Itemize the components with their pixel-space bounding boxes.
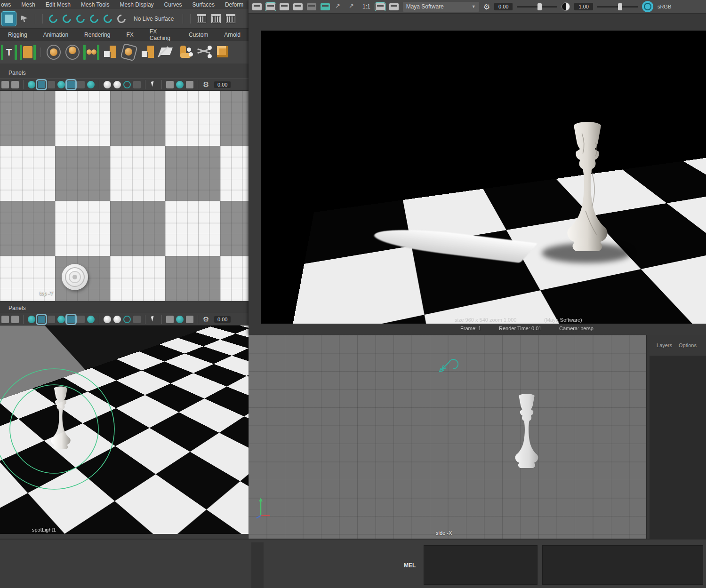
- select-cursor-icon[interactable]: [150, 81, 157, 88]
- shaded-display-icon[interactable]: [38, 316, 45, 323]
- snap-grid-icon[interactable]: [47, 13, 59, 24]
- anti-aliasing-icon[interactable]: [87, 81, 95, 88]
- shaded-display-icon[interactable]: [38, 81, 45, 88]
- ipr-render-icon[interactable]: [307, 3, 316, 10]
- tab-options[interactable]: Options: [679, 342, 697, 348]
- layer-list-area[interactable]: [650, 356, 706, 539]
- menu-deform[interactable]: Deform: [225, 1, 243, 8]
- bend-deformer-icon[interactable]: [177, 44, 193, 61]
- film-gate-icon[interactable]: [104, 81, 111, 88]
- shelf-tab-fx-caching[interactable]: FX Caching: [142, 28, 181, 41]
- mel-command-input[interactable]: [424, 545, 538, 585]
- wireframe-icon[interactable]: [28, 316, 35, 323]
- mel-label[interactable]: MEL: [404, 562, 416, 569]
- snap-projected-center-icon[interactable]: [88, 13, 100, 24]
- field-chart-icon[interactable]: [133, 81, 141, 88]
- spotlight-manipulator-circles[interactable]: [0, 330, 153, 528]
- combine-meshes-icon[interactable]: [83, 44, 99, 61]
- exposure-gear-icon[interactable]: ⚙: [483, 2, 490, 11]
- snap-point-icon[interactable]: [74, 13, 86, 24]
- lasso-tool-icon[interactable]: [19, 14, 30, 24]
- chess-piece-top-view[interactable]: [62, 264, 88, 290]
- shelf-tab-rigging[interactable]: Rigging: [0, 32, 35, 38]
- use-all-lights-icon[interactable]: [57, 81, 65, 88]
- menu-mesh[interactable]: Mesh: [21, 1, 35, 8]
- menu-mesh-display[interactable]: Mesh Display: [120, 1, 154, 8]
- image-plane-icon[interactable]: [20, 44, 36, 61]
- shelf-tab-fx[interactable]: FX: [118, 32, 141, 38]
- smooth-mesh-icon[interactable]: [121, 44, 137, 61]
- ratio-label[interactable]: 1:1: [362, 3, 370, 10]
- cube-primitive-icon[interactable]: [215, 44, 231, 61]
- pan-zoom-icon[interactable]: [376, 3, 385, 10]
- shelf-tab-custom[interactable]: Custom: [181, 32, 216, 38]
- gate-mask-icon[interactable]: [123, 316, 131, 323]
- overscan-field-spot[interactable]: 0.00: [214, 316, 231, 323]
- gamma-slider[interactable]: [597, 6, 638, 8]
- ambient-occlusion-icon[interactable]: [77, 316, 85, 323]
- menu-edit-mesh[interactable]: Edit Mesh: [46, 1, 71, 8]
- gear-icon[interactable]: [202, 81, 210, 88]
- chess-piece-spotlight-view[interactable]: [45, 383, 76, 454]
- snap-view-plane-icon[interactable]: [102, 13, 113, 24]
- gear-icon[interactable]: [202, 316, 210, 323]
- open-editor-icon[interactable]: [211, 14, 221, 23]
- viewport-top[interactable]: top -Y: [0, 91, 249, 301]
- isolate-select-icon[interactable]: [166, 316, 174, 323]
- snap-curve-icon[interactable]: [61, 13, 72, 24]
- gamma-field[interactable]: 1.00: [574, 3, 593, 10]
- wireframe-icon[interactable]: [28, 81, 35, 88]
- exposure-icon[interactable]: [186, 81, 193, 88]
- anti-aliasing-icon[interactable]: [87, 316, 95, 323]
- select-tool-icon[interactable]: [2, 12, 16, 26]
- open-render-settings-icon[interactable]: [348, 3, 357, 10]
- menu-curves[interactable]: Curves: [164, 1, 182, 8]
- menu-surfaces[interactable]: Surfaces: [193, 1, 215, 8]
- pane-maximize-icon[interactable]: [1, 81, 9, 88]
- shadows-icon[interactable]: [67, 316, 75, 323]
- exposure-icon[interactable]: [186, 316, 193, 323]
- textured-display-icon[interactable]: [48, 316, 55, 323]
- keep-image-icon[interactable]: [321, 3, 330, 10]
- type-tool-icon[interactable]: T: [1, 44, 17, 61]
- platonic-solid-icon[interactable]: [64, 44, 80, 61]
- tab-layers[interactable]: Layers: [657, 342, 672, 348]
- xray-icon[interactable]: [176, 81, 184, 88]
- textured-display-icon[interactable]: [48, 81, 55, 88]
- snapshot-icon[interactable]: [280, 3, 289, 10]
- pane-maximize-icon[interactable]: [1, 316, 9, 323]
- menu-windows[interactable]: ows: [1, 1, 11, 8]
- field-chart-icon[interactable]: [133, 316, 141, 323]
- sphere-primitive-icon[interactable]: [46, 44, 62, 61]
- select-cursor-icon[interactable]: [150, 316, 157, 323]
- overscan-field-top[interactable]: 0.00: [214, 81, 231, 88]
- isolate-select-icon[interactable]: [166, 81, 174, 88]
- gamma-icon[interactable]: [562, 2, 570, 11]
- use-all-lights-icon[interactable]: [57, 316, 65, 323]
- shelf-tab-animation[interactable]: Animation: [35, 32, 76, 38]
- xray-icon[interactable]: [176, 316, 184, 323]
- multi-cut-icon[interactable]: [159, 44, 175, 61]
- resolution-gate-icon[interactable]: [113, 316, 121, 323]
- panels-menu-top[interactable]: Panels: [0, 70, 249, 78]
- shelf-tab-rendering[interactable]: Rendering: [76, 32, 118, 38]
- viewport-side[interactable]: side -X: [249, 335, 646, 539]
- viewport-spotlight[interactable]: spotLight1: [0, 326, 249, 534]
- pane-layout-icon[interactable]: [11, 316, 19, 323]
- resolution-gate-icon[interactable]: [113, 81, 121, 88]
- pane-layout-icon[interactable]: [11, 81, 19, 88]
- gate-mask-icon[interactable]: [123, 81, 131, 88]
- color-management-button[interactable]: [642, 1, 653, 12]
- save-image-icon[interactable]: [252, 3, 262, 10]
- menu-mesh-tools[interactable]: Mesh Tools: [81, 1, 109, 8]
- ambient-occlusion-icon[interactable]: [77, 81, 85, 88]
- redo-previous-render-icon[interactable]: [293, 3, 303, 10]
- display-rgb-icon[interactable]: [389, 3, 399, 10]
- panels-menu-spot[interactable]: Panels: [0, 305, 249, 313]
- exposure-field[interactable]: 0.00: [494, 3, 513, 10]
- curve-warp-icon[interactable]: [196, 44, 212, 61]
- mel-result-field[interactable]: [542, 545, 703, 585]
- chess-piece-side-view[interactable]: [508, 385, 545, 479]
- render-region-icon[interactable]: [266, 3, 275, 10]
- spotlight-icon[interactable]: [437, 353, 458, 374]
